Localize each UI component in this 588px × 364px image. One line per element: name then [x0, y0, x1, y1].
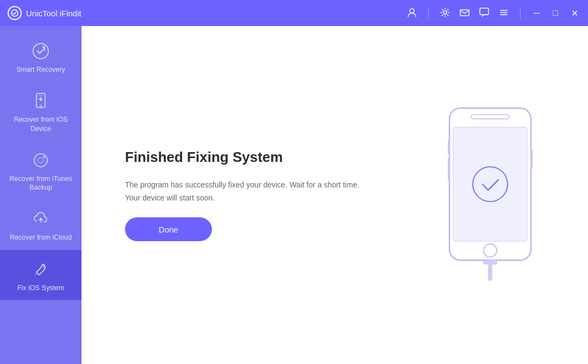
sidebar-item-fix-ios[interactable]: Fix iOS System: [0, 250, 82, 300]
svg-point-7: [40, 105, 42, 107]
svg-rect-13: [453, 127, 527, 241]
svg-rect-19: [483, 260, 497, 265]
close-button[interactable]: ✕: [569, 7, 580, 20]
fix-ios-label: Fix iOS System: [17, 284, 64, 292]
maximize-button[interactable]: □: [551, 7, 560, 19]
description-line2: Your device will start soon.: [125, 192, 403, 205]
phone-illustration: [436, 103, 545, 287]
title-bar: UnicTool iFindit: [0, 0, 588, 26]
itunes-backup-icon: [31, 150, 51, 170]
ios-device-label: Recover from iOS Device: [5, 115, 76, 133]
description-line1: The program has successfully fixed your …: [125, 179, 403, 192]
svg-point-2: [443, 11, 447, 14]
itunes-backup-label: Recover from iTunes Backup: [5, 174, 76, 192]
svg-rect-4: [480, 8, 489, 15]
sidebar-item-itunes-backup[interactable]: Recover from iTunes Backup: [0, 141, 82, 200]
svg-point-5: [33, 43, 48, 59]
icloud-icon: [31, 209, 51, 229]
app-title: UnicTool iFindit: [26, 9, 82, 18]
phone-svg: [441, 103, 539, 287]
svg-rect-3: [460, 10, 469, 16]
svg-rect-20: [488, 265, 492, 281]
svg-point-8: [34, 154, 47, 167]
divider2: [520, 7, 521, 19]
svg-rect-16: [448, 141, 450, 154]
page-title: Finished Fixing System: [125, 149, 403, 166]
sidebar-item-smart-recovery[interactable]: Smart Recovery: [0, 32, 82, 81]
done-button[interactable]: Done: [125, 217, 212, 241]
icloud-label: Recover from iCloud: [10, 233, 72, 242]
content-description: The program has successfully fixed your …: [125, 179, 403, 205]
svg-point-0: [11, 10, 18, 16]
sidebar: Smart Recovery Recover from iOS Device: [0, 26, 82, 364]
svg-point-1: [410, 9, 414, 13]
minimize-button[interactable]: ─: [531, 7, 542, 19]
svg-rect-18: [530, 149, 533, 168]
content-area: Finished Fixing System The program has s…: [82, 26, 588, 364]
app-logo: UnicTool iFindit: [8, 6, 82, 20]
svg-rect-17: [448, 158, 450, 180]
ios-device-icon: [31, 91, 51, 111]
sidebar-item-icloud[interactable]: Recover from iCloud: [0, 199, 82, 249]
fix-ios-icon: [31, 260, 51, 279]
divider: [428, 7, 429, 19]
title-bar-actions: ─ □ ✕: [406, 7, 580, 20]
content-left: Finished Fixing System The program has s…: [125, 149, 403, 242]
mail-icon[interactable]: [459, 7, 470, 20]
settings-icon[interactable]: [440, 7, 451, 20]
main-layout: Smart Recovery Recover from iOS Device: [0, 26, 588, 364]
smart-recovery-label: Smart Recovery: [16, 65, 65, 74]
menu-icon[interactable]: [498, 7, 509, 20]
smart-recovery-icon: [31, 41, 51, 61]
logo-icon: [8, 6, 22, 20]
svg-point-9: [38, 158, 43, 163]
user-icon[interactable]: [406, 7, 417, 20]
sidebar-item-ios-device[interactable]: Recover from iOS Device: [0, 81, 82, 141]
chat-icon[interactable]: [479, 7, 490, 20]
